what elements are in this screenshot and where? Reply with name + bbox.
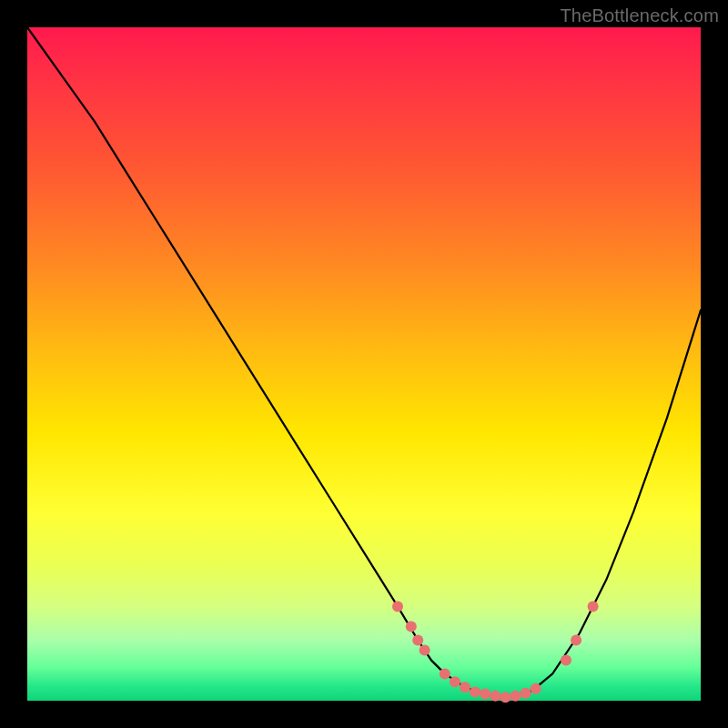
chart-svg	[27, 27, 701, 701]
chart-container: TheBottleneck.com	[0, 0, 728, 728]
watermark-text: TheBottleneck.com	[560, 5, 719, 26]
svg-point-2	[412, 634, 423, 645]
svg-point-7	[470, 686, 480, 697]
svg-point-0	[392, 601, 403, 612]
svg-point-16	[588, 601, 599, 612]
curve-line	[27, 27, 701, 697]
svg-point-4	[440, 668, 450, 679]
svg-point-8	[480, 689, 490, 700]
svg-point-15	[571, 634, 581, 645]
svg-point-9	[490, 691, 500, 702]
svg-point-12	[521, 688, 531, 699]
svg-point-1	[406, 622, 417, 632]
svg-point-10	[500, 692, 511, 703]
svg-point-14	[561, 655, 571, 666]
svg-point-13	[531, 683, 541, 694]
svg-point-3	[420, 645, 430, 656]
svg-point-11	[511, 691, 521, 702]
svg-point-5	[450, 676, 460, 687]
svg-point-6	[460, 682, 470, 693]
